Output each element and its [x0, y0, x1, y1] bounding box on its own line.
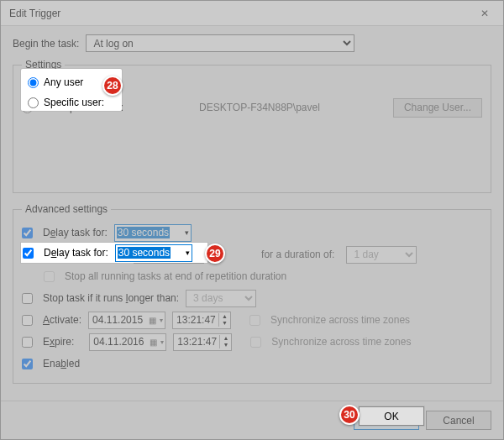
dialog-footer: OK Cancel [1, 401, 503, 439]
spin-up-icon[interactable]: ▲ [218, 313, 230, 320]
expire-row: Expire: 04.11.2016▦▾ 13:21:47▲▼ Synchron… [22, 331, 482, 353]
begin-task-label: Begin the task: [13, 38, 79, 50]
close-button[interactable]: ✕ [465, 1, 503, 26]
any-user-radio-hl[interactable] [28, 77, 39, 88]
annotation-badge-29: 29 [205, 244, 225, 264]
titlebar: Edit Trigger ✕ [1, 1, 503, 26]
activate-label: Activate: [43, 314, 81, 326]
highlight-ok-area: OK [359, 406, 424, 426]
delay-checkbox-hl[interactable] [23, 248, 34, 259]
edit-trigger-dialog: Edit Trigger ✕ Begin the task: At log on… [0, 0, 504, 440]
calendar-icon: ▦ [150, 338, 157, 347]
activate-row: Activate: 04.11.2015▦▾ 13:21:47▲▼ Synchr… [22, 309, 482, 331]
begin-task-row: Begin the task: At log on [13, 34, 491, 52]
calendar-icon: ▦ [149, 316, 156, 325]
stop-longer-row: Stop task if it runs longer than: 3 days [22, 287, 482, 309]
expire-date[interactable]: 04.11.2016▦▾ [89, 333, 166, 351]
chevron-down-icon: ▾ [160, 317, 163, 324]
stop-longer-checkbox[interactable] [22, 293, 33, 304]
expire-time[interactable]: 13:21:47▲▼ [173, 333, 232, 351]
delay-row: Delay task for: 30 seconds ▾ [22, 222, 482, 244]
delay-checkbox[interactable] [22, 228, 33, 238]
activate-sync-label: Synchronize across time zones [270, 314, 410, 326]
expire-checkbox[interactable] [22, 337, 33, 348]
spin-down-icon[interactable]: ▼ [219, 342, 231, 348]
stop-longer-label: Stop task if it runs longer than: [43, 292, 179, 304]
activate-sync-checkbox[interactable] [249, 315, 260, 326]
change-user-button[interactable]: Change User... [393, 98, 482, 118]
delay-combo-hl[interactable]: 30 seconds ▾ [115, 244, 192, 262]
activate-checkbox[interactable] [22, 315, 33, 326]
stop-longer-combo[interactable]: 3 days [186, 290, 256, 307]
chevron-down-icon: ▾ [186, 249, 190, 257]
chevron-down-icon: ▾ [185, 228, 189, 237]
stop-at-end-row: Stop all running tasks at end of repetit… [44, 265, 482, 287]
delay-label: Delay task for: [43, 227, 108, 238]
begin-task-select[interactable]: At log on [86, 34, 354, 52]
annotation-badge-28: 28 [102, 76, 123, 96]
window-title: Edit Trigger [9, 8, 60, 19]
ok-button-hl[interactable]: OK [359, 406, 424, 426]
specific-user-value: DESKTOP-F34N88P\pavel [199, 102, 320, 113]
delay-combo[interactable]: 30 seconds ▾ [114, 224, 192, 242]
duration-label: for a duration of: [261, 249, 334, 260]
chevron-down-icon: ▾ [160, 338, 164, 346]
highlight-delay-area: Delay task for: 30 seconds ▾ [21, 243, 207, 263]
specific-user-radio-hl[interactable] [28, 97, 39, 108]
enabled-label: Enabled [43, 358, 80, 369]
advanced-legend: Advanced settings [22, 203, 111, 215]
stop-at-end-label: Stop all running tasks at end of repetit… [65, 270, 286, 282]
spin-up-icon[interactable]: ▲ [219, 335, 231, 342]
close-icon: ✕ [480, 8, 489, 19]
spin-down-icon[interactable]: ▼ [218, 320, 230, 327]
delay-value: 30 seconds [117, 227, 170, 238]
cancel-button[interactable]: Cancel [426, 411, 491, 430]
enabled-checkbox[interactable] [22, 359, 33, 369]
expire-sync-checkbox[interactable] [250, 337, 261, 348]
duration-combo[interactable]: 1 day [346, 246, 417, 264]
advanced-group: Advanced settings Delay task for: 30 sec… [13, 203, 491, 384]
annotation-badge-30: 30 [339, 405, 360, 425]
activate-time[interactable]: 13:21:47▲▼ [172, 312, 231, 329]
stop-at-end-checkbox[interactable] [44, 271, 55, 282]
activate-date[interactable]: 04.11.2015▦▾ [88, 312, 165, 329]
expire-label: Expire: [43, 336, 74, 348]
enabled-row: Enabled [22, 353, 482, 375]
expire-sync-label: Synchronize across time zones [271, 336, 411, 348]
